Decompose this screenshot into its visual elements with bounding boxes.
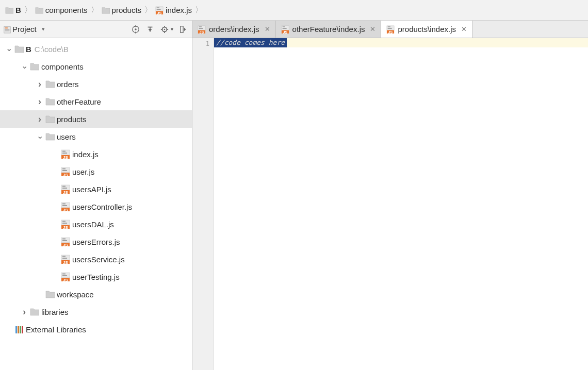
chevron-right-icon: 〉 <box>23 5 33 15</box>
chevron-right-icon: 〉 <box>143 5 153 15</box>
tree-row[interactable]: usersAPI.js <box>0 180 192 198</box>
js-file-icon <box>60 220 71 229</box>
external-libraries-icon <box>13 325 25 334</box>
tree-label: users <box>56 132 76 141</box>
tree-label: components <box>40 62 84 71</box>
js-file-icon <box>198 25 206 33</box>
js-file-icon <box>60 184 71 194</box>
tree-row[interactable]: usersService.js <box>0 250 192 268</box>
editor-content[interactable]: //code comes here <box>214 38 588 370</box>
project-title: Project <box>12 25 37 33</box>
breadcrumb-label: B <box>15 6 21 14</box>
breadcrumb: B〉components〉products〉index.js〉 <box>0 0 588 21</box>
breadcrumb-item[interactable]: B <box>3 6 23 14</box>
tree-label: usersErrors.js <box>71 238 120 246</box>
breadcrumb-label: components <box>45 6 88 14</box>
tree-label: libraries <box>40 308 69 316</box>
project-toolbar: Project ▾ ▾ <box>0 21 192 38</box>
js-file-icon <box>60 167 71 176</box>
chevron-down-icon[interactable]: ⌄ <box>20 61 29 71</box>
tree-label: usersController.js <box>71 203 132 211</box>
chevron-right-icon: 〉 <box>90 5 100 15</box>
tree-row[interactable]: ›orders <box>0 75 192 93</box>
editor-tabbar: orders\index.js✕otherFeature\index.js✕pr… <box>192 21 588 38</box>
folder-icon <box>44 290 56 299</box>
dropdown-arrow-icon: ▾ <box>38 26 45 32</box>
tree-row[interactable]: External Libraries <box>0 321 192 338</box>
editor-gutter: 1 <box>192 38 214 370</box>
folder-icon <box>44 79 56 89</box>
tree-label: usersDAL.js <box>71 220 114 229</box>
close-icon[interactable]: ✕ <box>459 25 467 33</box>
breadcrumb-item[interactable]: components <box>33 6 90 14</box>
close-icon[interactable]: ✕ <box>263 25 270 33</box>
editor-tab[interactable]: products\index.js✕ <box>381 21 472 38</box>
breadcrumb-label: index.js <box>166 6 192 14</box>
tree-row[interactable]: ⌄components <box>0 58 192 75</box>
tab-label: otherFeature\index.js <box>292 25 365 33</box>
js-file-icon <box>60 255 71 264</box>
chevron-right-icon: 〉 <box>194 5 204 15</box>
project-view-selector[interactable]: Project ▾ <box>3 25 45 33</box>
js-file-icon <box>60 272 71 281</box>
folder-icon <box>44 97 56 106</box>
tree-row[interactable]: userTesting.js <box>0 268 192 285</box>
code-line[interactable]: //code comes here <box>214 38 588 47</box>
editor-tab[interactable]: otherFeature\index.js✕ <box>276 21 382 38</box>
hide-icon[interactable] <box>179 25 188 33</box>
editor-area: orders\index.js✕otherFeature\index.js✕pr… <box>192 21 588 370</box>
tree-row[interactable]: ›products <box>0 110 192 128</box>
chevron-right-icon[interactable]: › <box>20 307 29 317</box>
tab-label: orders\index.js <box>209 25 259 33</box>
js-file-icon <box>60 202 71 211</box>
code-text: //code comes here <box>214 38 287 47</box>
tree-label: userTesting.js <box>71 273 120 281</box>
folder-icon <box>13 44 25 54</box>
tree-row[interactable]: index.js <box>0 145 192 163</box>
tree-path: C:\code\B <box>31 45 69 54</box>
breadcrumb-label: products <box>112 6 142 14</box>
chevron-down-icon[interactable]: ⌄ <box>4 43 13 53</box>
tree-row[interactable]: ›libraries <box>0 303 192 321</box>
main-split: Project ▾ ▾ ⌄BC:\code\B⌄components›order… <box>0 21 588 370</box>
folder-icon <box>29 62 40 71</box>
js-file-icon <box>60 149 71 159</box>
tree-row[interactable]: ⌄BC:\code\B <box>0 40 192 58</box>
tree-row[interactable]: workspace <box>0 285 192 303</box>
tree-label: otherFeature <box>56 97 101 106</box>
js-file-icon <box>386 25 395 33</box>
tree-label: usersAPI.js <box>71 185 111 194</box>
tab-label: products\index.js <box>398 25 456 33</box>
chevron-right-icon[interactable]: › <box>35 114 44 125</box>
tree-row[interactable]: usersController.js <box>0 198 192 215</box>
code-editor[interactable]: 1 //code comes here <box>192 38 588 370</box>
tree-row[interactable]: usersErrors.js <box>0 233 192 250</box>
project-tree[interactable]: ⌄BC:\code\B⌄components›orders›otherFeatu… <box>0 38 192 370</box>
chevron-right-icon[interactable]: › <box>35 79 44 90</box>
tree-row[interactable]: ⌄users <box>0 128 192 145</box>
editor-tab[interactable]: orders\index.js✕ <box>192 21 276 38</box>
js-file-icon <box>60 237 71 246</box>
tree-label: workspace <box>56 290 94 299</box>
gear-dropdown-icon[interactable]: ▾ <box>171 26 173 32</box>
chevron-right-icon[interactable]: › <box>35 96 44 107</box>
target-icon[interactable] <box>132 25 140 33</box>
folder-icon <box>44 132 56 141</box>
project-sidebar: Project ▾ ▾ ⌄BC:\code\B⌄components›order… <box>0 21 192 370</box>
tree-label: orders <box>56 80 79 89</box>
collapse-icon[interactable] <box>146 25 154 33</box>
chevron-down-icon[interactable]: ⌄ <box>35 131 44 141</box>
breadcrumb-item[interactable]: index.js <box>153 6 194 14</box>
folder-icon <box>29 307 40 316</box>
js-file-icon <box>281 25 289 33</box>
tree-label: user.js <box>71 167 94 176</box>
tree-row[interactable]: ›otherFeature <box>0 93 192 110</box>
breadcrumb-item[interactable]: products <box>100 6 144 14</box>
close-icon[interactable]: ✕ <box>368 25 375 33</box>
gear-icon[interactable] <box>160 25 169 33</box>
tree-row[interactable]: usersDAL.js <box>0 215 192 233</box>
tree-label: B <box>25 45 31 54</box>
tree-row[interactable]: user.js <box>0 163 192 180</box>
gutter-line-number: 1 <box>192 39 209 48</box>
tree-label: usersService.js <box>71 255 125 264</box>
